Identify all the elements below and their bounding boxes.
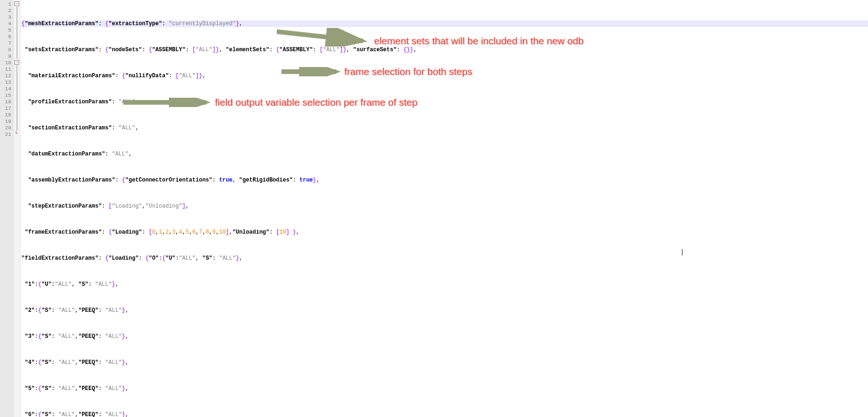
code-line: {"meshExtractionParams": {"extractionTyp… (21, 20, 868, 27)
line-number: 14 (1, 86, 11, 92)
code-line: "6":{"S": "ALL","PEEQ": "ALL"}, (21, 411, 868, 417)
code-line: "profileExtractionParams": "ALL", (21, 99, 868, 105)
line-number: 5 (1, 27, 11, 34)
line-number: 10 (1, 60, 11, 66)
line-number: 18 (1, 112, 11, 118)
line-number: 9 (1, 53, 11, 60)
line-number: 15 (1, 92, 11, 99)
code-line: "4":{"S": "ALL","PEEQ": "ALL"}, (21, 359, 868, 366)
code-area[interactable]: {"meshExtractionParams": {"extractionTyp… (20, 0, 868, 417)
line-number: 12 (1, 73, 11, 79)
line-number-gutter: 1 2 3 4 5 6 7 8 9 10 11 12 13 14 15 16 1… (0, 0, 14, 417)
fold-end-icon: └ (14, 130, 18, 137)
line-number: 6 (1, 34, 11, 40)
line-number: 17 (1, 105, 11, 112)
fold-toggle-icon[interactable]: − (14, 60, 19, 65)
code-line: "frameExtractionParams": {"Loading": [0,… (21, 229, 868, 235)
line-number: 19 (1, 118, 11, 125)
code-line: "materialExtractionParams": {"nullifyDat… (21, 73, 868, 79)
code-editor[interactable]: 1 2 3 4 5 6 7 8 9 10 11 12 13 14 15 16 1… (0, 0, 868, 417)
line-number: 3 (1, 14, 11, 20)
line-number: 7 (1, 40, 11, 47)
fold-guide (17, 65, 17, 130)
line-number: 13 (1, 79, 11, 86)
fold-column: − − └ (14, 0, 20, 417)
code-line: "assemblyExtractionParams": {"getConnect… (21, 177, 868, 183)
fold-guide (17, 7, 17, 59)
line-number: 8 (1, 47, 11, 53)
code-line: "2":{"S": "ALL","PEEQ": "ALL"}, (21, 307, 868, 314)
line-number: 11 (1, 66, 11, 73)
code-line: "sectionExtractionParams": "ALL", (21, 125, 868, 131)
line-number: 16 (1, 99, 11, 105)
line-number: 20 (1, 125, 11, 131)
code-line: "1":{"U":"ALL", "S": "ALL"}, (21, 281, 868, 288)
line-number: 2 (1, 7, 11, 14)
fold-toggle-icon[interactable]: − (14, 1, 19, 6)
code-line: "datumExtractionParams": "ALL", (21, 151, 868, 157)
code-line: "fieldExtractionParams": {"Loading": {"O… (21, 255, 868, 262)
code-line: "5":{"S": "ALL","PEEQ": "ALL"}, (21, 385, 868, 392)
line-number: 21 (1, 131, 11, 138)
line-number: 1 (1, 1, 11, 7)
code-line: "stepExtractionParams": ["Loading","Unlo… (21, 203, 868, 209)
code-line: "3":{"S": "ALL","PEEQ": "ALL"}, (21, 333, 868, 340)
text-cursor (682, 249, 682, 256)
line-number: 4 (1, 20, 11, 27)
code-line: "setsExtractionParams": {"nodeSets": {"A… (21, 47, 868, 53)
